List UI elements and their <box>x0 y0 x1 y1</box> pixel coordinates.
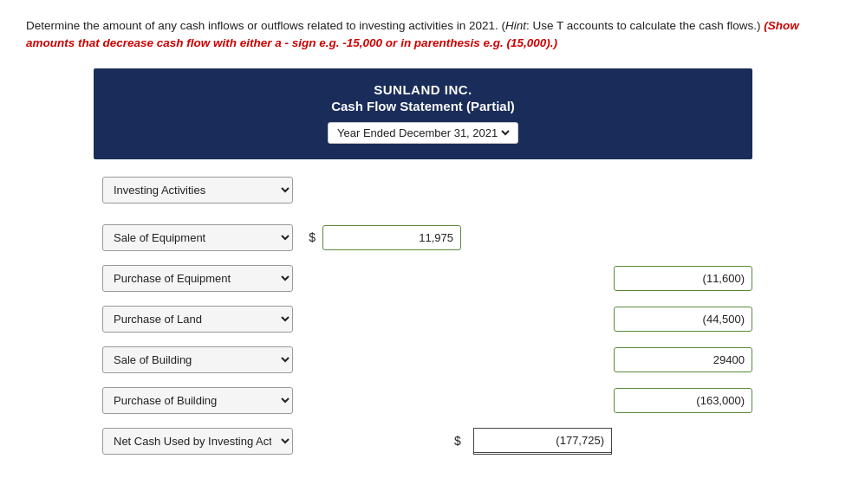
form-area: Investing Activities Operating Activitie… <box>94 177 752 455</box>
year-select[interactable]: Year Ended December 31, 2021 Year Ended … <box>334 126 512 140</box>
investing-activities-select[interactable]: Investing Activities Operating Activitie… <box>102 177 293 204</box>
instructions-text: Determine the amount of any cash inflows… <box>26 19 764 32</box>
purchase-of-equipment-input[interactable] <box>614 266 752 291</box>
net-dollar-sign: $ <box>454 434 466 448</box>
sale-of-building-select[interactable]: Sale of Building Sale of Equipment Purch… <box>102 346 293 373</box>
hint-label: Hint <box>505 19 526 32</box>
purchase-of-land-input[interactable] <box>614 307 752 332</box>
statement-title: Cash Flow Statement (Partial) <box>102 99 744 113</box>
purchase-of-equipment-select[interactable]: Purchase of Equipment Sale of Equipment … <box>102 265 293 292</box>
purchase-of-equipment-row: Purchase of Equipment Sale of Equipment … <box>102 265 752 292</box>
sale-of-equipment-input[interactable] <box>322 225 461 250</box>
purchase-of-land-row: Purchase of Land Sale of Equipment Purch… <box>102 306 752 333</box>
instructions-block: Determine the amount of any cash inflows… <box>26 17 815 53</box>
purchase-of-land-select[interactable]: Purchase of Land Sale of Equipment Purch… <box>102 306 293 333</box>
net-cash-input[interactable] <box>473 428 612 455</box>
sale-of-building-input[interactable] <box>614 347 752 372</box>
sale-of-equipment-row: Sale of Equipment Purchase of Equipment … <box>102 224 752 251</box>
purchase-of-building-select[interactable]: Purchase of Building Sale of Equipment P… <box>102 387 293 414</box>
net-cash-row: Net Cash Used by Investing Activities Ne… <box>102 428 752 455</box>
investing-activities-row: Investing Activities Operating Activitie… <box>102 177 752 204</box>
net-cash-select[interactable]: Net Cash Used by Investing Activities Ne… <box>102 428 293 455</box>
sale-of-equipment-select[interactable]: Sale of Equipment Purchase of Equipment … <box>102 224 293 251</box>
sale-of-building-row: Sale of Building Sale of Equipment Purch… <box>102 346 752 373</box>
statement-header: SUNLAND INC. Cash Flow Statement (Partia… <box>94 68 752 159</box>
year-select-wrapper[interactable]: Year Ended December 31, 2021 Year Ended … <box>328 122 518 144</box>
dollar-sign-sale-equipment: $ <box>303 230 316 244</box>
purchase-of-building-input[interactable] <box>614 388 752 413</box>
company-name: SUNLAND INC. <box>102 82 744 97</box>
purchase-of-building-row: Purchase of Building Sale of Equipment P… <box>102 387 752 414</box>
